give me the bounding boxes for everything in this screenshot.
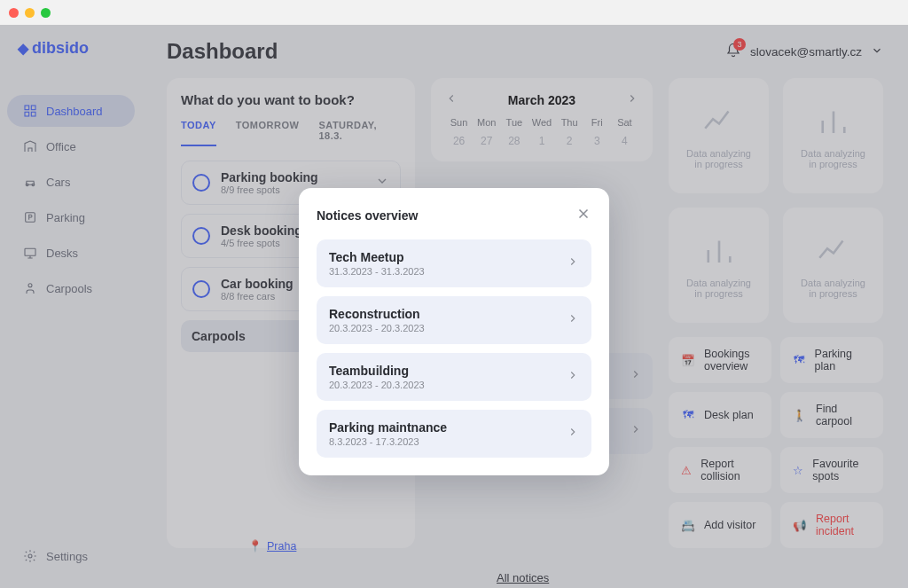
calendar-day[interactable]: 1 — [528, 135, 555, 147]
modal-title: Notices overview — [317, 208, 418, 223]
star-icon: ☆ — [793, 463, 803, 477]
page-title: Dashboard — [167, 39, 278, 64]
alert-icon: ⚠ — [681, 463, 692, 477]
calendar-day[interactable]: 27 — [473, 135, 500, 147]
chevron-right-icon — [630, 423, 642, 439]
notice-item[interactable]: Parking maintnance8.3.2023 - 17.3.2023 — [317, 410, 591, 458]
line-chart-icon — [701, 102, 738, 139]
sidebar-item-label: Desks — [46, 247, 78, 260]
chevron-down-icon — [871, 44, 883, 59]
calendar-next-button[interactable] — [626, 92, 638, 108]
sidebar-item-carpools[interactable]: Carpools — [7, 272, 135, 304]
car-icon — [23, 175, 37, 189]
close-icon[interactable] — [575, 206, 591, 225]
qa-parking-plan[interactable]: 🗺Parking plan — [780, 337, 883, 383]
calendar-month: March 2023 — [508, 93, 575, 107]
sidebar-item-office[interactable]: Office — [7, 130, 135, 162]
calendar-day[interactable]: 2 — [556, 135, 583, 147]
sidebar-item-dashboard[interactable]: Dashboard — [7, 95, 135, 127]
person-icon: 🚶 — [793, 408, 807, 422]
pin-icon: 📍 — [248, 539, 262, 553]
qa-report-incident[interactable]: 📢Report incident — [780, 502, 883, 548]
notice-item[interactable]: Teambuilding20.3.2023 - 20.3.2023 — [317, 353, 591, 401]
notification-badge: 3 — [733, 38, 746, 51]
svg-rect-2 — [25, 112, 29, 116]
svg-point-9 — [28, 554, 32, 558]
megaphone-icon: 📢 — [793, 518, 807, 532]
desk-icon — [23, 246, 37, 260]
qa-favourite-spots[interactable]: ☆Favourite spots — [780, 447, 883, 493]
radio-unchecked-icon — [192, 174, 210, 192]
sidebar-item-desks[interactable]: Desks — [7, 237, 135, 269]
chevron-right-icon — [567, 312, 579, 328]
calendar-card: March 2023 SunMonTueWedThuFriSat 2627281… — [431, 78, 653, 161]
qa-report-collision[interactable]: ⚠Report collision — [669, 447, 771, 493]
booking-tabs: TODAY TOMORROW SATURDAY, 18.3. — [181, 120, 401, 146]
stat-card: Data analyzing in progress — [669, 78, 769, 193]
qa-find-carpool[interactable]: 🚶Find carpool — [780, 392, 883, 438]
calendar-day[interactable]: 3 — [583, 135, 611, 147]
svg-rect-3 — [31, 112, 35, 116]
sidebar-item-parking[interactable]: Parking — [7, 201, 135, 233]
brand-name: dibsido — [32, 39, 89, 58]
sidebar-item-label: Office — [46, 140, 76, 153]
svg-point-8 — [28, 284, 32, 287]
dashboard-icon — [23, 104, 37, 118]
sidebar-item-label: Settings — [46, 550, 88, 563]
tab-today[interactable]: TODAY — [181, 120, 216, 146]
close-window-dot[interactable] — [9, 8, 19, 18]
calendar-day[interactable]: 26 — [445, 135, 473, 147]
qa-desk-plan[interactable]: 🗺Desk plan — [669, 392, 771, 438]
notice-item[interactable]: Tech Meetup31.3.2023 - 31.3.2023 — [317, 239, 591, 287]
stat-card: Data analyzing in progress — [783, 208, 883, 323]
booking-heading: What do you want to book? — [181, 92, 401, 107]
stat-card: Data analyzing in progress — [669, 208, 769, 323]
sidebar: ◆ dibsido Dashboard Office Cars Parking … — [0, 25, 142, 588]
svg-rect-0 — [25, 106, 29, 110]
calendar-icon: 📅 — [681, 353, 695, 367]
gear-icon — [23, 549, 37, 563]
location-label: Praha — [267, 540, 296, 553]
brand-logo[interactable]: ◆ dibsido — [0, 39, 142, 58]
notices-modal: Notices overview Tech Meetup31.3.2023 - … — [299, 188, 609, 475]
stat-card: Data analyzing in progress — [783, 78, 883, 193]
minimize-window-dot[interactable] — [25, 8, 35, 18]
calendar-day[interactable]: 28 — [500, 135, 528, 147]
maximize-window-dot[interactable] — [41, 8, 51, 18]
calendar-day[interactable]: 4 — [611, 135, 638, 147]
sidebar-item-cars[interactable]: Cars — [7, 166, 135, 198]
calendar-days: 2627281234 — [445, 135, 638, 147]
qa-add-visitor[interactable]: 📇Add visitor — [669, 502, 771, 548]
window-titlebar — [0, 0, 908, 25]
user-email: slovacek@smartly.cz — [750, 45, 862, 59]
bar-chart-icon — [815, 102, 852, 139]
location-selector[interactable]: 📍 Praha — [248, 539, 296, 553]
svg-rect-1 — [31, 106, 35, 110]
notice-item[interactable]: Reconstruction20.3.2023 - 20.3.2023 — [317, 296, 591, 344]
sidebar-item-label: Dashboard — [46, 105, 103, 118]
carpool-icon — [23, 281, 37, 295]
calendar-prev-button[interactable] — [445, 92, 458, 108]
sidebar-item-settings[interactable]: Settings — [7, 540, 135, 572]
chevron-right-icon — [630, 368, 642, 384]
bar-chart-icon — [701, 231, 738, 269]
chevron-right-icon — [567, 369, 579, 385]
bell-icon[interactable]: 3 — [725, 43, 741, 61]
logo-mark-icon: ◆ — [18, 40, 28, 57]
user-menu[interactable]: 3 slovacek@smartly.cz — [725, 43, 883, 61]
parking-icon — [23, 210, 37, 224]
qa-bookings-overview[interactable]: 📅Bookings overview — [669, 337, 771, 383]
tab-saturday[interactable]: SATURDAY, 18.3. — [318, 120, 401, 146]
all-notices-link[interactable]: All notices — [497, 571, 549, 584]
visitor-icon: 📇 — [681, 518, 695, 532]
chevron-right-icon — [567, 426, 579, 442]
svg-rect-7 — [25, 248, 35, 255]
map-icon: 🗺 — [793, 353, 806, 367]
calendar-dow: SunMonTueWedThuFriSat — [445, 117, 638, 128]
tab-tomorrow[interactable]: TOMORROW — [236, 120, 300, 146]
radio-unchecked-icon — [192, 280, 210, 298]
office-icon — [23, 139, 37, 153]
sidebar-item-label: Carpools — [46, 282, 92, 295]
map-icon: 🗺 — [681, 408, 695, 422]
sidebar-item-label: Cars — [46, 176, 70, 189]
